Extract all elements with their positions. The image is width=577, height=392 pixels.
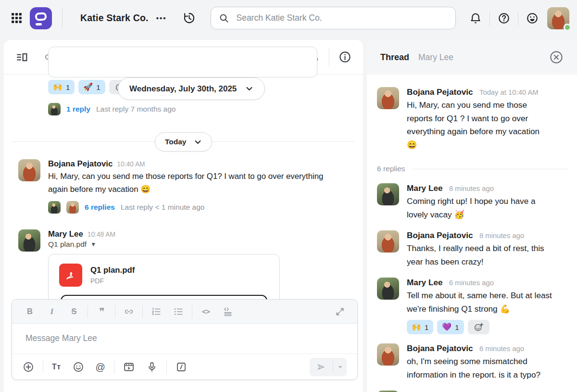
purple-heart-emoji: 💜: [442, 323, 452, 331]
add-reaction-icon: [474, 322, 484, 332]
topbar-divider: [489, 11, 490, 25]
collapse-caret-icon: ▼: [90, 241, 96, 248]
top-thread-reply-bar[interactable]: 1 reply Last reply 7 months ago: [48, 103, 176, 115]
search-input[interactable]: [236, 13, 448, 23]
avatar-bojana: [66, 201, 79, 214]
status-smiley-icon[interactable]: [526, 12, 539, 25]
avatar-bojana[interactable]: [377, 230, 399, 253]
avatar-bojana[interactable]: [377, 343, 399, 366]
date-navigator-pill[interactable]: Wednesday, July 30th, 2025: [118, 77, 265, 100]
message-time: 8 minutes ago: [479, 232, 524, 240]
file-name: Q1 plan.pdf: [90, 266, 135, 275]
expand-composer-icon[interactable]: [335, 307, 345, 316]
send-button[interactable]: [310, 358, 333, 376]
rocket-emoji: 🚀: [83, 83, 93, 91]
message-time: 10:48 AM: [88, 231, 115, 238]
search-bar[interactable]: [211, 7, 456, 29]
workspace-more-button[interactable]: •••: [156, 14, 167, 22]
thread-title: Thread: [380, 52, 409, 63]
pumble-logo[interactable]: [30, 7, 52, 29]
italic-icon[interactable]: I: [47, 307, 57, 316]
reaction-raised-hands[interactable]: 🙌 1: [407, 320, 433, 334]
message-composer: B I S ❞: [12, 299, 358, 380]
reply-count-link[interactable]: 6 replies: [85, 203, 115, 212]
mention-icon[interactable]: @: [96, 362, 105, 373]
help-icon[interactable]: [498, 12, 510, 25]
message-text: Hi, Mary, can you send me those reports …: [407, 99, 551, 152]
video-message-icon[interactable]: [123, 361, 135, 373]
reaction-purple-heart[interactable]: 💜 1: [437, 320, 464, 334]
message-author[interactable]: Bojana Pejatovic: [407, 343, 473, 353]
avatar-mary: [48, 201, 61, 214]
divider-line: [413, 169, 567, 169]
logo-bubble: [35, 12, 47, 21]
message-author[interactable]: Mary Lee: [407, 183, 443, 193]
workspace-name[interactable]: Katie Stark Co.: [80, 13, 149, 24]
emoji-picker-icon[interactable]: [73, 361, 84, 373]
message-input[interactable]: Message Mary Lee: [12, 324, 357, 354]
link-icon[interactable]: [124, 306, 134, 317]
composer-placeholder: Message Mary Lee: [25, 333, 97, 343]
thread-reply: Bojana Pejatovic 8 minutes ago Thanks, I…: [377, 230, 567, 268]
logo-bar: [36, 23, 42, 25]
message-time: 6 minutes ago: [479, 345, 524, 353]
reply-count-link[interactable]: 1 reply: [66, 105, 90, 114]
inline-code-icon[interactable]: <>: [201, 307, 211, 316]
message-author[interactable]: Bojana Pejatovic: [407, 87, 473, 97]
message-time: 10:40 AM: [117, 161, 145, 168]
attachment-collapse-toggle[interactable]: Q1 plan.pdf ▼: [48, 240, 280, 249]
reply-reactions: 🙌 1 💜 1: [407, 320, 559, 334]
message-row: Bojana Pejatovic 10:40 AM Hi, Mary, can …: [18, 159, 337, 214]
thread-reply-bar[interactable]: 6 replies Last reply < 1 minute ago: [48, 201, 337, 214]
reaction-raised-hands[interactable]: 🙌 1: [48, 80, 75, 94]
top-bar: Katie Stark Co. •••: [0, 0, 577, 36]
sidebar-toggle-icon[interactable]: [15, 51, 28, 63]
notifications-bell-icon[interactable]: [469, 12, 482, 25]
message-time: 8 minutes ago: [449, 185, 494, 192]
message-author[interactable]: Mary Lee: [48, 229, 83, 239]
history-icon[interactable]: [183, 12, 196, 25]
shortcuts-icon[interactable]: [176, 361, 187, 373]
message-text: Thanks, I really need a bit of rest, thi…: [407, 242, 559, 268]
avatar-mary[interactable]: [377, 183, 399, 205]
add-reaction-button[interactable]: [468, 320, 489, 334]
thread-reply: Mary Lee 6 minutes ago Tell me about it,…: [377, 278, 567, 334]
replies-count-label: 6 replies: [377, 164, 405, 173]
user-avatar[interactable]: [547, 7, 569, 29]
apps-grid-icon[interactable]: [11, 12, 23, 24]
avatar-mary[interactable]: [377, 278, 399, 300]
send-options-button[interactable]: [333, 358, 347, 376]
send-button-group: [310, 358, 347, 376]
message-text: oh, I'm seeing some mismatched informati…: [407, 355, 559, 381]
raised-hands-emoji: 🙌: [412, 323, 421, 331]
today-pill[interactable]: Today: [155, 132, 212, 152]
blockquote-icon[interactable]: ❞: [96, 306, 107, 317]
message-text: Hi, Mary, can you send me those reports …: [48, 170, 337, 196]
info-icon[interactable]: [339, 51, 351, 63]
strikethrough-icon[interactable]: S: [69, 307, 79, 316]
close-thread-icon[interactable]: [549, 50, 564, 64]
avatar-bojana[interactable]: [18, 159, 40, 181]
today-divider: Today: [12, 132, 354, 152]
pdf-file-icon: [59, 264, 82, 287]
ordered-list-icon[interactable]: [151, 306, 162, 317]
avatar-bojana[interactable]: [377, 87, 399, 109]
thread-body: Bojana Pejatovic Today at 10:40 AM Hi, M…: [367, 75, 577, 392]
reaction-rocket[interactable]: 🚀 1: [78, 80, 105, 94]
text-format-toggle-icon[interactable]: Tт: [52, 363, 61, 371]
app-window: Katie Stark Co. •••: [0, 0, 577, 392]
file-type: PDF: [90, 277, 135, 285]
message-author[interactable]: Mary Lee: [407, 278, 443, 287]
bullet-list-icon[interactable]: [173, 306, 184, 317]
bold-icon[interactable]: B: [25, 307, 35, 316]
message-author[interactable]: Bojana Pejatovic: [48, 159, 113, 169]
last-reply-meta: Last reply < 1 minute ago: [121, 203, 204, 212]
message-time: 6 minutes ago: [449, 279, 494, 287]
topbar-divider: [518, 11, 518, 25]
avatar-mary[interactable]: [18, 229, 40, 252]
voice-message-icon[interactable]: [146, 361, 158, 373]
code-block-icon[interactable]: [223, 306, 233, 317]
message-text: Coming right up! I hope you have a lovel…: [407, 195, 559, 221]
attach-plus-icon[interactable]: [23, 361, 34, 373]
message-author[interactable]: Bojana Pejatovic: [407, 230, 473, 240]
